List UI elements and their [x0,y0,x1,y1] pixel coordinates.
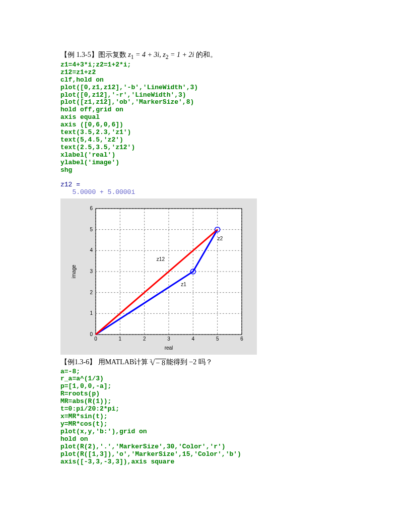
svg-text:4: 4 [90,247,93,253]
svg-text:image: image [71,264,77,279]
svg-text:5: 5 [90,226,93,232]
svg-text:1: 1 [119,336,122,342]
ex1-output-var: z12 = [60,181,351,189]
svg-text:3: 3 [90,269,93,274]
ex2-title-prefix: 【例1.3-6】 用MATLAB计算 [60,358,148,366]
example-1-heading: 【例 1.3-5】图示复数 z1 = 4 + 3i, z2 = 1 + 2i 的… [60,50,351,60]
chart-figure-bg: 01234560123456z1z2z12realimage [60,198,257,355]
ex2-code-block: a=-8; r_a=a^(1/3) p=[1,0,0,-a]; R=roots(… [60,368,351,466]
svg-text:6: 6 [240,336,243,342]
svg-text:3: 3 [167,336,170,342]
ex1-output-val: 5.0000 + 5.0000i [60,189,351,196]
ex1-code-block: z1=4+3*i;z2=1+2*i; z12=z1+z2 clf,hold on… [60,61,351,174]
ex1-title-suffix: 的和。 [196,51,217,58]
svg-text:4: 4 [192,336,195,342]
svg-text:0: 0 [94,336,97,342]
page-content: 【例 1.3-5】图示复数 z1 = 4 + 3i, z2 = 1 + 2i 的… [0,0,411,486]
example-2-heading: 【例1.3-6】 用MATLAB计算3√− 8能得到 −2 吗？ [60,358,351,367]
svg-text:z1: z1 [181,282,186,287]
svg-text:real: real [165,345,173,351]
svg-text:z12: z12 [157,256,165,262]
svg-text:1: 1 [90,310,93,316]
svg-text:2: 2 [143,336,146,342]
complex-sum-chart: 01234560123456z1z2z12realimage [60,198,257,355]
svg-text:2: 2 [90,289,93,295]
svg-text:0: 0 [90,331,93,337]
ex2-title-math: 3√− 8 [148,358,166,367]
ex1-title-prefix: 【例 1.3-5】图示复数 [60,51,126,58]
svg-text:z2: z2 [218,235,223,241]
svg-text:5: 5 [216,336,219,342]
svg-text:6: 6 [90,206,93,211]
ex1-title-math: z [126,51,131,58]
ex2-title-suffix: 能得到 −2 吗？ [166,358,213,366]
